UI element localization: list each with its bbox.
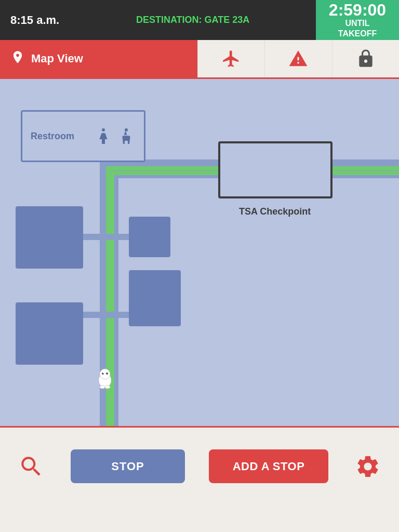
countdown-block: 2:59:00 UNTIL TAKEOFF: [316, 0, 399, 40]
search-icon: [18, 454, 44, 480]
svg-point-0: [102, 128, 105, 131]
tsa-checkpoint-box: [218, 141, 332, 198]
connector-h-1: [83, 234, 129, 240]
player-character: [92, 365, 117, 390]
tab-map[interactable]: Map View: [0, 40, 197, 77]
tab-lock[interactable]: [332, 40, 399, 77]
svg-point-6: [103, 373, 104, 374]
map-block-4: [129, 270, 181, 326]
map-area: Restroom TSA Checkpoint: [0, 79, 399, 426]
gear-icon: [355, 454, 381, 480]
map-block-1: [16, 206, 83, 269]
svg-point-1: [125, 128, 128, 131]
settings-button[interactable]: [352, 451, 383, 482]
tab-map-label: Map View: [31, 52, 83, 65]
time-display: 8:15 a.m.: [0, 14, 70, 27]
destination-display: DESTINATION: GATE 23A: [70, 15, 316, 25]
svg-point-3: [100, 369, 110, 379]
svg-point-8: [105, 385, 110, 389]
svg-point-5: [106, 373, 108, 375]
tab-alert[interactable]: [264, 40, 331, 77]
female-restroom-icon: [117, 127, 136, 145]
map-block-2: [129, 217, 170, 257]
restroom-area: Restroom: [21, 110, 145, 162]
map-pin-icon: [10, 50, 25, 68]
tsa-checkpoint-label: TSA Checkpoint: [239, 206, 311, 217]
top-bar: 8:15 a.m. DESTINATION: GATE 23A 2:59:00 …: [0, 0, 399, 40]
countdown-time: 2:59:00: [329, 2, 386, 18]
stop-button[interactable]: STOP: [71, 449, 185, 483]
male-restroom-icon: [94, 127, 113, 145]
bottom-bar: STOP ADD A STOP: [0, 426, 399, 505]
svg-point-7: [100, 385, 105, 389]
restroom-icons: [94, 127, 136, 145]
restroom-label: Restroom: [31, 131, 74, 142]
map-block-3: [16, 302, 83, 365]
countdown-label: UNTIL TAKEOFF: [338, 18, 377, 38]
tab-flight[interactable]: [197, 40, 264, 77]
connector-h-2: [83, 312, 129, 318]
add-stop-button[interactable]: ADD A STOP: [209, 449, 328, 483]
nav-tabs: Map View: [0, 40, 399, 79]
search-button[interactable]: [16, 451, 47, 482]
